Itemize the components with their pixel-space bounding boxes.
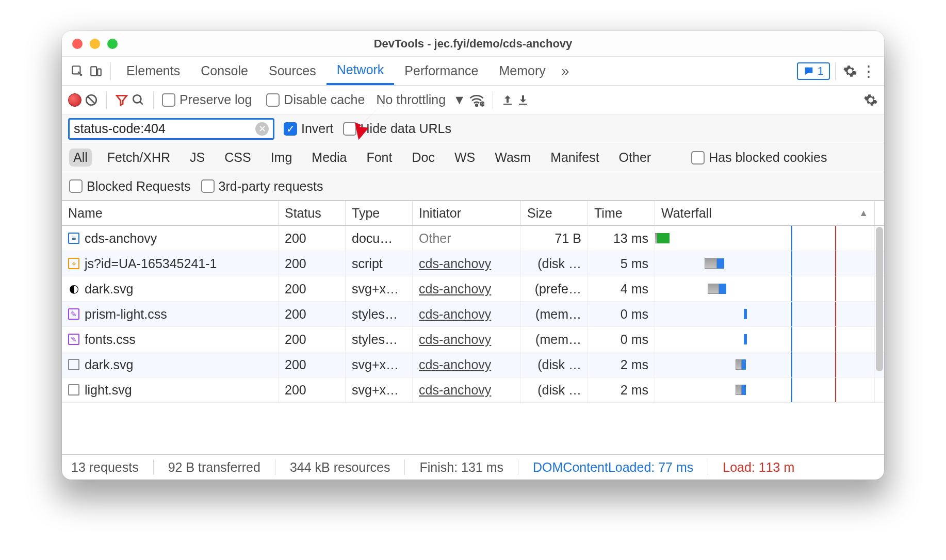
request-type: styles… — [346, 302, 413, 326]
titlebar: DevTools - jec.fyi/demo/cds-anchovy — [62, 31, 884, 57]
type-filter-wasm[interactable]: Wasm — [491, 149, 535, 167]
type-filter-ws[interactable]: WS — [450, 149, 479, 167]
throttling-value: No throttling — [376, 92, 446, 107]
waterfall-cell — [655, 302, 875, 326]
svg-point-4 — [133, 95, 141, 103]
disable-cache-label: Disable cache — [284, 92, 365, 107]
preserve-log-checkbox[interactable]: Preserve log — [162, 92, 252, 107]
request-size: (mem… — [521, 327, 588, 352]
waterfall-cell — [655, 377, 875, 402]
network-summary-bar: 13 requests 92 B transferred 344 kB reso… — [62, 454, 884, 480]
tab-network[interactable]: Network — [327, 57, 395, 85]
col-time[interactable]: Time — [588, 201, 655, 225]
window-title: DevTools - jec.fyi/demo/cds-anchovy — [374, 37, 573, 51]
initiator-link[interactable]: cds-anchovy — [419, 256, 491, 271]
table-row[interactable]: ◐dark.svg200svg+x…cds-anchovy(prefe…4 ms — [62, 276, 884, 302]
col-waterfall[interactable]: Waterfall▲ — [655, 201, 875, 225]
type-filter-other[interactable]: Other — [615, 149, 656, 167]
request-time: 4 ms — [588, 276, 655, 301]
type-filter-doc[interactable]: Doc — [407, 149, 438, 167]
download-har-icon[interactable] — [517, 94, 529, 106]
initiator-link[interactable]: cds-anchovy — [419, 282, 491, 297]
filter-funnel-icon[interactable] — [115, 93, 128, 107]
disable-cache-checkbox[interactable]: Disable cache — [266, 92, 365, 107]
col-size[interactable]: Size — [521, 201, 588, 225]
clear-icon[interactable] — [85, 93, 98, 107]
panel-tabs-bar: ElementsConsoleSourcesNetworkPerformance… — [62, 57, 884, 86]
window-close-button[interactable] — [72, 39, 83, 49]
request-type: svg+x… — [346, 276, 413, 301]
tab-performance[interactable]: Performance — [394, 57, 488, 85]
waterfall-cell — [655, 251, 875, 276]
request-type: styles… — [346, 327, 413, 352]
upload-har-icon[interactable] — [501, 94, 514, 106]
type-filter-js[interactable]: JS — [186, 149, 209, 167]
type-filter-media[interactable]: Media — [307, 149, 351, 167]
tab-sources[interactable]: Sources — [258, 57, 327, 85]
vertical-scrollbar-thumb[interactable] — [876, 227, 883, 371]
more-tabs-chevron-icon[interactable]: » — [556, 63, 575, 79]
window-zoom-button[interactable] — [107, 39, 118, 49]
summary-finish: Finish: 131 ms — [419, 460, 503, 475]
settings-gear-icon[interactable] — [841, 64, 859, 78]
type-filter-css[interactable]: CSS — [220, 149, 255, 167]
request-status: 200 — [279, 377, 346, 402]
search-icon[interactable] — [132, 93, 145, 107]
type-filter-img[interactable]: Img — [267, 149, 297, 167]
network-settings-gear-icon[interactable] — [863, 93, 878, 107]
inspect-element-icon[interactable] — [68, 64, 87, 78]
device-toolbar-icon[interactable] — [87, 64, 105, 78]
third-party-label: 3rd-party requests — [219, 179, 323, 194]
col-type[interactable]: Type — [346, 201, 413, 225]
hide-data-urls-checkbox[interactable]: Hide data URLs — [343, 121, 451, 136]
filter-input-wrap[interactable]: ✕ — [68, 118, 274, 140]
initiator-link[interactable]: cds-anchovy — [419, 332, 491, 347]
tab-console[interactable]: Console — [190, 57, 258, 85]
devtools-window: DevTools - jec.fyi/demo/cds-anchovy Elem… — [62, 31, 884, 480]
svg-point-5 — [476, 104, 478, 106]
initiator-link[interactable]: cds-anchovy — [419, 357, 491, 372]
initiator-link[interactable]: cds-anchovy — [419, 307, 491, 322]
type-filter-all[interactable]: All — [69, 149, 92, 167]
sort-caret-icon: ▲ — [859, 208, 868, 219]
table-row[interactable]: ⋄js?id=UA-165345241-1200scriptcds-anchov… — [62, 251, 884, 276]
blocked-requests-checkbox[interactable]: Blocked Requests — [69, 179, 191, 194]
record-button[interactable] — [68, 93, 81, 107]
filter-input[interactable] — [74, 121, 255, 136]
kebab-menu-icon[interactable]: ⋮ — [859, 62, 878, 80]
blocked-requests-label: Blocked Requests — [87, 179, 191, 194]
type-filter-manifest[interactable]: Manifest — [546, 149, 603, 167]
summary-dcl: DOMContentLoaded: 77 ms — [533, 460, 693, 475]
table-row[interactable]: ≡cds-anchovy200docu…Other71 B13 ms — [62, 226, 884, 251]
network-toolbar: Preserve log Disable cache No throttling… — [62, 86, 884, 114]
requests-table: Name Status Type Initiator Size Time Wat… — [62, 201, 884, 454]
tab-elements[interactable]: Elements — [116, 57, 190, 85]
waterfall-cell — [655, 352, 875, 377]
type-filter-font[interactable]: Font — [362, 149, 396, 167]
throttling-select[interactable]: No throttling ▼ — [376, 92, 466, 107]
table-row[interactable]: light.svg200svg+x…cds-anchovy(disk …2 ms — [62, 377, 884, 403]
type-filter-fetchxhr[interactable]: Fetch/XHR — [103, 149, 174, 167]
request-name: prism-light.css — [85, 307, 167, 322]
window-minimize-button[interactable] — [90, 39, 100, 49]
tab-memory[interactable]: Memory — [488, 57, 556, 85]
third-party-requests-checkbox[interactable]: 3rd-party requests — [201, 179, 323, 194]
preserve-log-label: Preserve log — [180, 92, 252, 107]
col-name[interactable]: Name — [62, 201, 279, 225]
table-row[interactable]: ✎prism-light.css200styles…cds-anchovy(me… — [62, 302, 884, 327]
request-size: (prefe… — [521, 276, 588, 301]
table-row[interactable]: ✎fonts.css200styles…cds-anchovy(mem…0 ms — [62, 327, 884, 352]
invert-checkbox[interactable]: ✓ Invert — [284, 121, 334, 136]
col-initiator[interactable]: Initiator — [413, 201, 521, 225]
clear-filter-icon[interactable]: ✕ — [255, 122, 269, 136]
summary-transferred: 92 B transferred — [168, 460, 260, 475]
has-blocked-cookies-checkbox[interactable]: Has blocked cookies — [691, 150, 827, 165]
console-messages-badge[interactable]: 1 — [797, 62, 830, 80]
col-status[interactable]: Status — [279, 201, 346, 225]
request-name: js?id=UA-165345241-1 — [85, 256, 217, 271]
request-status: 200 — [279, 276, 346, 301]
initiator-link[interactable]: cds-anchovy — [419, 383, 491, 398]
request-type: svg+x… — [346, 377, 413, 402]
table-row[interactable]: dark.svg200svg+x…cds-anchovy(disk …2 ms — [62, 352, 884, 377]
network-conditions-wifi-icon[interactable] — [469, 93, 484, 107]
